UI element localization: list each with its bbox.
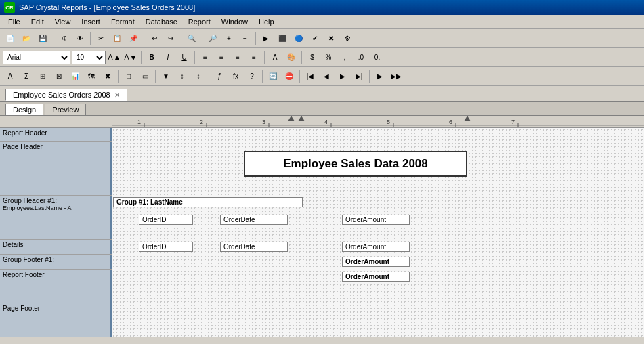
section-content-page-header[interactable]: Employee Sales Data 2008 xyxy=(112,142,644,196)
svg-marker-17 xyxy=(464,116,471,121)
menu-help[interactable]: Help xyxy=(253,16,280,27)
find-btn[interactable]: 🔍 xyxy=(184,31,199,46)
sep7 xyxy=(141,51,142,64)
toolbar-btn-e[interactable]: ✖ xyxy=(324,31,339,46)
larger-btn[interactable]: A▲ xyxy=(107,50,122,65)
save-btn[interactable]: 💾 xyxy=(35,31,50,46)
new-btn[interactable]: 📄 xyxy=(3,31,18,46)
section-content-group-footer[interactable]: OrderAmount xyxy=(112,255,644,270)
zoom-btn[interactable]: 🔎 xyxy=(205,31,220,46)
tb3-f[interactable]: □ xyxy=(121,69,136,84)
sort2-btn[interactable]: ↕ xyxy=(191,69,206,84)
undo-btn[interactable]: ↩ xyxy=(147,31,162,46)
toolbar-btn-f[interactable]: ⚙ xyxy=(340,31,355,46)
view-tabs: Design Preview xyxy=(0,102,644,116)
more1-btn[interactable]: ▶ xyxy=(372,69,387,84)
paste-btn[interactable]: 📌 xyxy=(126,31,141,46)
nav-next-btn[interactable]: ▶ xyxy=(335,69,350,84)
align-center-btn[interactable]: ≡ xyxy=(214,50,229,65)
stop-btn[interactable]: ⛔ xyxy=(282,69,297,84)
menu-edit[interactable]: Edit xyxy=(26,16,49,27)
bg-color-btn[interactable]: 🎨 xyxy=(284,50,299,65)
section-label-group-header: Group Header #1: Employees.LastName - A xyxy=(0,196,112,239)
underline-btn[interactable]: U xyxy=(177,50,192,65)
menu-database[interactable]: Database xyxy=(140,16,183,27)
menu-insert[interactable]: Insert xyxy=(76,16,106,27)
align-justify-btn[interactable]: ≡ xyxy=(246,50,261,65)
section-page-footer: Page Footer xyxy=(0,303,644,337)
bold-btn[interactable]: B xyxy=(144,50,159,65)
percent-btn[interactable]: % xyxy=(321,50,336,65)
currency-btn[interactable]: $ xyxy=(305,50,320,65)
field-btn[interactable]: A xyxy=(3,69,18,84)
copy-btn[interactable]: 📋 xyxy=(110,31,125,46)
formula2-btn[interactable]: fx xyxy=(228,69,243,84)
section-content-details[interactable]: OrderID OrderDate OrderAmount xyxy=(112,240,644,255)
preview-btn[interactable]: 👁 xyxy=(72,31,87,46)
refresh-btn[interactable]: 🔄 xyxy=(265,69,280,84)
nav-last-btn[interactable]: ▶| xyxy=(351,69,366,84)
sep15 xyxy=(299,70,300,83)
sep12 xyxy=(155,70,156,83)
nav-prev-btn[interactable]: ◀ xyxy=(319,69,334,84)
sort-btn[interactable]: ↕ xyxy=(175,69,190,84)
sum-btn[interactable]: Σ xyxy=(19,69,34,84)
col-header-orderamount: OrderAmount xyxy=(342,215,410,225)
tab-container: Employee Sales Orders 2008 ✕ xyxy=(0,86,644,102)
section-content-report-footer[interactable]: OrderAmount xyxy=(112,270,644,303)
tb3-d[interactable]: 🗺 xyxy=(84,69,99,84)
comma-btn[interactable]: , xyxy=(337,50,352,65)
tb3-a[interactable]: ⊞ xyxy=(35,69,50,84)
param-btn[interactable]: ? xyxy=(244,69,259,84)
section-content-report-header[interactable] xyxy=(112,128,644,142)
svg-text:5: 5 xyxy=(387,119,390,125)
section-label-report-footer: Report Footer xyxy=(0,270,112,303)
toolbar-btn-d[interactable]: ✔ xyxy=(307,31,322,46)
zoom-in-btn[interactable]: + xyxy=(221,31,236,46)
font-color-btn[interactable]: A xyxy=(267,50,282,65)
tab-label: Employee Sales Orders 2008 xyxy=(13,91,110,99)
col-header-orderid: OrderID xyxy=(139,215,193,225)
redo-btn[interactable]: ↪ xyxy=(163,31,178,46)
tb3-b[interactable]: ⊠ xyxy=(51,69,66,84)
title-text: SAP Crystal Reports - [Employee Sales Or… xyxy=(19,3,195,12)
filter-btn[interactable]: ▼ xyxy=(158,69,173,84)
align-right-btn[interactable]: ≡ xyxy=(230,50,245,65)
section-label-report-header: Report Header xyxy=(0,128,112,141)
decimal-inc-btn[interactable]: .0 xyxy=(353,50,368,65)
print-btn[interactable]: 🖨 xyxy=(56,31,71,46)
tab-design[interactable]: Design xyxy=(5,104,43,115)
menu-view[interactable]: View xyxy=(49,16,77,27)
font-size-dropdown[interactable]: 10 xyxy=(72,51,106,64)
nav-first-btn[interactable]: |◀ xyxy=(303,69,318,84)
tb3-e[interactable]: ✖ xyxy=(100,69,115,84)
detail-orderid: OrderID xyxy=(139,242,193,252)
italic-btn[interactable]: I xyxy=(160,50,175,65)
cut-btn[interactable]: ✂ xyxy=(93,31,108,46)
toolbar-btn-b[interactable]: ⬛ xyxy=(275,31,290,46)
open-btn[interactable]: 📂 xyxy=(19,31,34,46)
app-icon: CR xyxy=(4,2,15,13)
section-content-group-header[interactable]: Group #1: LastName OrderID OrderDate Ord… xyxy=(112,196,644,240)
tab-close-btn[interactable]: ✕ xyxy=(114,91,120,99)
align-left-btn[interactable]: ≡ xyxy=(198,50,213,65)
smaller-btn[interactable]: A▼ xyxy=(123,50,138,65)
tb3-c[interactable]: 📊 xyxy=(68,69,83,84)
formula-btn[interactable]: ƒ xyxy=(212,69,227,84)
tb3-g[interactable]: ▭ xyxy=(137,69,152,84)
menu-format[interactable]: Format xyxy=(106,16,140,27)
decimal-dec-btn[interactable]: 0. xyxy=(370,50,385,65)
toolbar-btn-a[interactable]: ▶ xyxy=(259,31,274,46)
menu-file[interactable]: File xyxy=(3,16,26,27)
section-report-header: Report Header xyxy=(0,128,644,142)
menu-report[interactable]: Report xyxy=(183,16,216,27)
doc-tab[interactable]: Employee Sales Orders 2008 ✕ xyxy=(5,89,127,101)
zoom-out-btn[interactable]: − xyxy=(238,31,253,46)
menu-window[interactable]: Window xyxy=(216,16,253,27)
toolbar-btn-c[interactable]: 🔵 xyxy=(291,31,306,46)
font-dropdown[interactable]: Arial xyxy=(3,51,70,64)
section-report-footer: Report Footer OrderAmount xyxy=(0,270,644,303)
section-content-page-footer[interactable] xyxy=(112,303,644,337)
tab-preview[interactable]: Preview xyxy=(45,104,86,115)
more2-btn[interactable]: ▶▶ xyxy=(389,69,404,84)
